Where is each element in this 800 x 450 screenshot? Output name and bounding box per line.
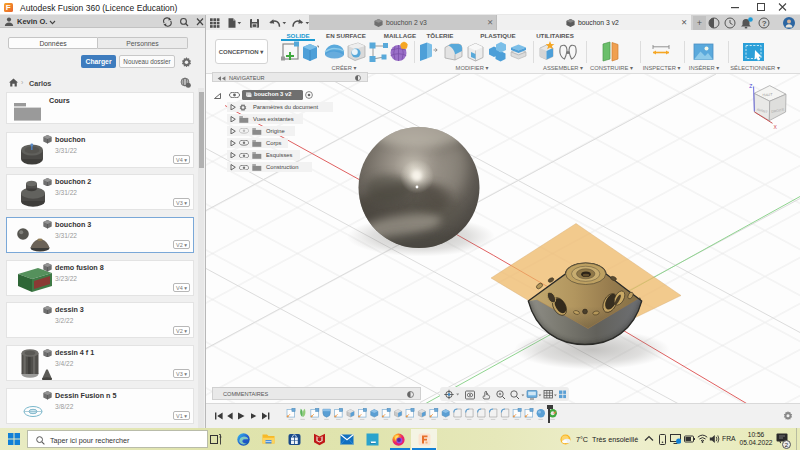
svg-text:HAUT: HAUT bbox=[762, 92, 773, 97]
svg-text:Z: Z bbox=[749, 83, 752, 89]
svg-text:?: ? bbox=[762, 18, 767, 27]
